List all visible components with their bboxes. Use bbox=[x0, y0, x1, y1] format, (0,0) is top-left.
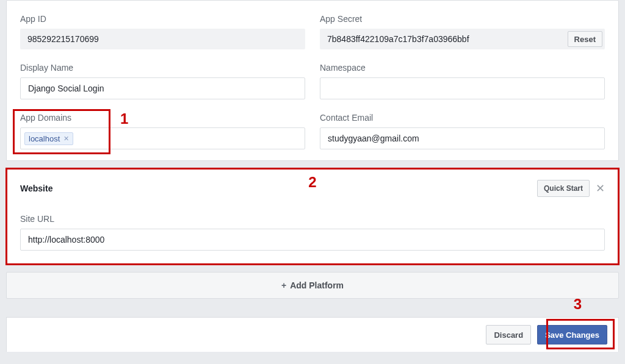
add-platform-button[interactable]: + Add Platform bbox=[6, 272, 619, 299]
website-heading: Website bbox=[20, 184, 52, 193]
basic-settings-card: App ID 985292215170699 App Secret 7b8483… bbox=[6, 0, 619, 161]
contact-email-input[interactable] bbox=[320, 127, 605, 149]
site-url-input[interactable] bbox=[20, 229, 605, 251]
discard-button[interactable]: Discard bbox=[486, 325, 531, 344]
website-panel: Website Quick Start ✕ Site URL 2 bbox=[6, 168, 619, 265]
footer-bar: Discard Save Changes 3 bbox=[6, 317, 619, 352]
app-domains-input[interactable]: localhost ✕ bbox=[20, 127, 305, 149]
contact-email-label: Contact Email bbox=[320, 113, 605, 123]
namespace-input[interactable] bbox=[320, 77, 605, 99]
namespace-label: Namespace bbox=[320, 63, 605, 73]
display-name-input[interactable] bbox=[20, 77, 305, 99]
app-secret-label: App Secret bbox=[320, 14, 605, 24]
app-id-label: App ID bbox=[20, 14, 305, 24]
plus-icon: + bbox=[281, 280, 286, 290]
app-domains-label: App Domains bbox=[20, 113, 305, 123]
display-name-label: Display Name bbox=[20, 63, 305, 73]
quick-start-button[interactable]: Quick Start bbox=[537, 180, 590, 197]
remove-domain-icon[interactable]: ✕ bbox=[63, 135, 69, 142]
domain-token[interactable]: localhost ✕ bbox=[24, 132, 73, 145]
save-changes-button[interactable]: Save Changes bbox=[537, 325, 607, 344]
app-id-value: 985292215170699 bbox=[20, 29, 305, 49]
close-icon[interactable]: ✕ bbox=[596, 183, 605, 194]
site-url-label: Site URL bbox=[20, 214, 605, 224]
reset-secret-button[interactable]: Reset bbox=[568, 31, 602, 47]
app-secret-value: 7b8483ff422109a7c17b3f7a03966bbf Reset bbox=[320, 29, 605, 49]
